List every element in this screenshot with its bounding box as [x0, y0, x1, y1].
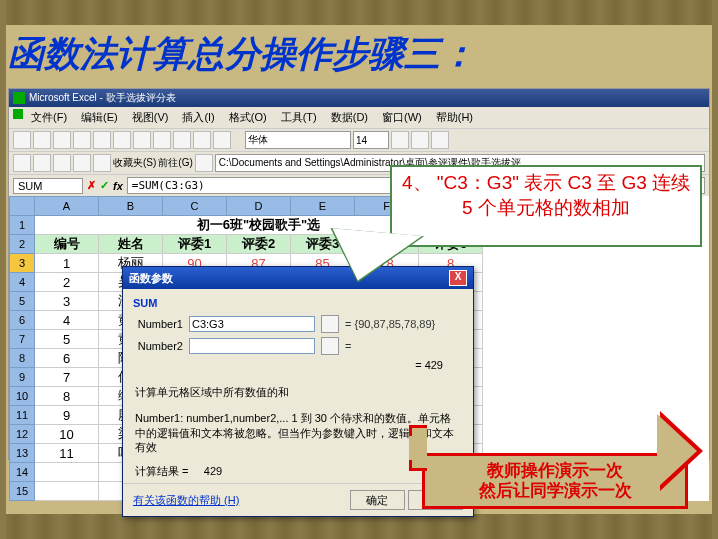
underline-button[interactable] [431, 131, 449, 149]
header-name[interactable]: 姓名 [99, 235, 163, 254]
arg-row-1: Number1 = {90,87,85,78,89} [133, 315, 463, 333]
function-name: SUM [133, 297, 463, 309]
arg1-range-picker-icon[interactable] [321, 315, 339, 333]
enter-formula-icon[interactable]: ✓ [100, 179, 109, 192]
select-all-corner[interactable] [10, 197, 35, 216]
row-4-header[interactable]: 4 [10, 273, 35, 292]
bold-button[interactable] [391, 131, 409, 149]
back-button[interactable] [13, 154, 31, 172]
menu-data[interactable]: 数据(D) [325, 109, 374, 126]
desc2-text: number1,number2,... 1 到 30 个待求和的数值。单元格中的… [135, 412, 454, 453]
header-id[interactable]: 编号 [35, 235, 99, 254]
name-box[interactable]: SUM [13, 178, 83, 194]
menu-view[interactable]: 视图(V) [126, 109, 175, 126]
excel-title-text: Microsoft Excel - 歌手选拔评分表 [29, 91, 176, 105]
menu-format[interactable]: 格式(O) [223, 109, 273, 126]
stop-button[interactable] [53, 154, 71, 172]
decorative-border-top [0, 0, 718, 25]
menu-edit[interactable]: 编辑(E) [75, 109, 124, 126]
dialog-title: 函数参数 [129, 271, 173, 286]
paste-button[interactable] [173, 131, 191, 149]
dialog-footer: 有关该函数的帮助 (H) 确定 取消 [123, 483, 473, 516]
arg1-result: = {90,87,85,78,89} [345, 318, 435, 330]
arg2-input[interactable] [189, 338, 315, 354]
folder-icon [195, 154, 213, 172]
ok-button[interactable]: 确定 [350, 490, 405, 510]
arrow-line2: 然后让同学演示一次 [479, 481, 632, 501]
spell-button[interactable] [113, 131, 131, 149]
formula-result: = 429 [133, 359, 463, 371]
callout-quote: "C3：G3" [437, 172, 519, 193]
header-j2[interactable]: 评委2 [227, 235, 291, 254]
slide-title: 函数法计算总分操作步骤三： [8, 30, 476, 79]
decorative-border-left [0, 0, 6, 539]
fx-icon[interactable]: fx [113, 180, 123, 192]
standard-toolbar [9, 128, 709, 151]
menu-insert[interactable]: 插入(I) [176, 109, 220, 126]
callout-num: 4、 [402, 172, 432, 193]
menu-tools[interactable]: 工具(T) [275, 109, 323, 126]
go-label[interactable]: 前往(G) [158, 156, 192, 170]
excel-icon [13, 92, 25, 104]
font-size-selector[interactable] [353, 131, 389, 149]
callout-box: 4、 "C3：G3" 表示 C3 至 G3 连续 5 个单元格的数相加 [390, 165, 702, 247]
cancel-formula-icon[interactable]: ✗ [87, 179, 96, 192]
calc-result-value: 429 [204, 465, 222, 477]
decorative-border-bottom [0, 514, 718, 539]
menu-file[interactable]: 文件(F) [25, 109, 73, 126]
callout-to: 至 [597, 172, 616, 193]
callout-5: 5 [462, 197, 473, 218]
arg2-label: Number2 [133, 340, 183, 352]
col-e[interactable]: E [291, 197, 355, 216]
new-button[interactable] [13, 131, 31, 149]
callout-mid: 表示 [524, 172, 562, 193]
refresh-button[interactable] [73, 154, 91, 172]
arg1-label: Number1 [133, 318, 183, 330]
forward-button[interactable] [33, 154, 51, 172]
col-a[interactable]: A [35, 197, 99, 216]
instruction-arrow: 教师操作演示一次 然后让同学演示一次 [422, 453, 688, 509]
callout-t2: 个单元格的数相加 [478, 197, 630, 218]
cut-button[interactable] [133, 131, 151, 149]
copy-button[interactable] [153, 131, 171, 149]
redo-button[interactable] [213, 131, 231, 149]
arg1-input[interactable] [189, 316, 315, 332]
menubar: 文件(F) 编辑(E) 视图(V) 插入(I) 格式(O) 工具(T) 数据(D… [9, 107, 709, 128]
callout-tail [328, 228, 422, 286]
help-link[interactable]: 有关该函数的帮助 (H) [133, 493, 239, 508]
open-button[interactable] [33, 131, 51, 149]
arrow-line1: 教师操作演示一次 [479, 461, 632, 481]
row-3-header[interactable]: 3 [10, 254, 35, 273]
row-1-header[interactable]: 1 [10, 216, 35, 235]
save-button[interactable] [53, 131, 71, 149]
decorative-border-right [712, 0, 718, 539]
arg2-range-picker-icon[interactable] [321, 337, 339, 355]
excel-app-icon [13, 109, 23, 119]
dialog-desc1: 计算单元格区域中所有数值的和 [123, 379, 473, 405]
cell[interactable]: 2 [35, 273, 99, 292]
cell[interactable]: 1 [35, 254, 99, 273]
italic-button[interactable] [411, 131, 429, 149]
arrow-head [657, 414, 697, 488]
arrow-tail [409, 425, 427, 471]
menu-help[interactable]: 帮助(H) [430, 109, 479, 126]
home-button[interactable] [93, 154, 111, 172]
dialog-body: SUM Number1 = {90,87,85,78,89} Number2 =… [123, 289, 473, 379]
undo-button[interactable] [193, 131, 211, 149]
col-d[interactable]: D [227, 197, 291, 216]
print-button[interactable] [73, 131, 91, 149]
font-selector[interactable] [245, 131, 351, 149]
col-c[interactable]: C [163, 197, 227, 216]
desc2-label: Number1: [135, 412, 183, 424]
callout-t1: 连续 [652, 172, 690, 193]
calc-result-label: 计算结果 = [135, 465, 188, 477]
header-j1[interactable]: 评委1 [163, 235, 227, 254]
callout-c3: C3 [568, 172, 592, 193]
preview-button[interactable] [93, 131, 111, 149]
favorites-label[interactable]: 收藏夹(S) [113, 156, 156, 170]
col-b[interactable]: B [99, 197, 163, 216]
row-2-header[interactable]: 2 [10, 235, 35, 254]
dialog-close-button[interactable]: X [449, 270, 467, 286]
callout-g3: G3 [621, 172, 646, 193]
menu-window[interactable]: 窗口(W) [376, 109, 428, 126]
